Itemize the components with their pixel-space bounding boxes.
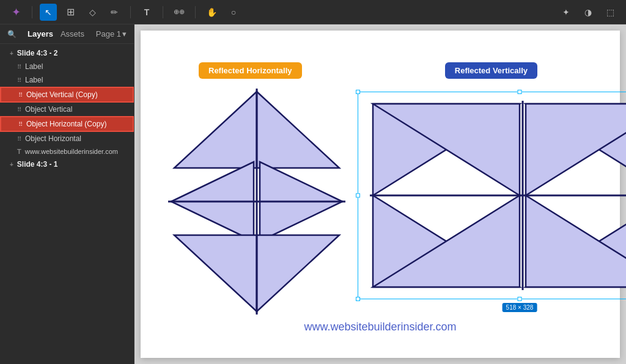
layer-label2[interactable]: ⠿ Label (0, 73, 134, 87)
toolbar-right: ✦ ◑ ⬚ (558, 4, 619, 21)
handle-ml[interactable] (356, 194, 360, 198)
text-layer-icon: T (17, 148, 21, 155)
toolbar: ✦ ↖ ⊞ ◇ ✏ T ⊕⊕ ✋ ○ ✦ ◑ ⬚ (0, 0, 626, 24)
shapes-right (370, 101, 626, 290)
grid-icon-4: ⠿ (17, 106, 21, 113)
grid-icon-3: ⠿ (18, 92, 23, 98)
main-area: 🔍 Layers Assets Page 1 ▾ + Slide 4:3 - 2… (0, 24, 626, 364)
handle-tm[interactable] (518, 90, 522, 94)
badge-reflected-horizontally: Reflected Horizontally (199, 62, 302, 79)
svg-marker-4 (174, 235, 257, 311)
color-wheel-icon[interactable]: ✦ (558, 4, 575, 21)
layer-slide1[interactable]: + Slide 4:3 - 1 (0, 158, 134, 171)
shape-tool[interactable]: ◇ (84, 4, 101, 21)
share-icon[interactable]: ⬚ (602, 4, 619, 21)
svg-marker-1 (257, 92, 339, 168)
handle-bl[interactable] (356, 297, 360, 301)
search-icon[interactable]: 🔍 (7, 30, 17, 38)
contrast-icon[interactable]: ◑ (580, 4, 597, 21)
grid-icon-6: ⠿ (17, 136, 21, 142)
page-selector[interactable]: Page 1 ▾ (96, 29, 127, 38)
divider-2 (130, 6, 131, 18)
grid-icon-5: ⠿ (18, 121, 23, 128)
group-icon: + (10, 50, 13, 57)
layer-obj-vert[interactable]: ⠿ Object Vertical (0, 103, 134, 116)
svg-marker-0 (174, 92, 257, 168)
divider-3 (163, 6, 163, 18)
grid-icon-1: ⠿ (17, 64, 21, 70)
comment-tool[interactable]: ○ (225, 4, 242, 21)
layer-obj-vert-copy[interactable]: ⠿ Object Vertical (Copy) (0, 87, 134, 103)
frame-tool[interactable]: ⊞ (62, 4, 79, 21)
handle-tl[interactable] (356, 90, 360, 94)
layer-obj-horiz-copy[interactable]: ⠿ Object Horizontal (Copy) (0, 116, 134, 132)
divider-1 (32, 6, 32, 18)
layer-label1[interactable]: ⠿ Label (0, 60, 134, 73)
badge-reflected-vertically: Reflected Vertically (445, 62, 537, 79)
shapes-left (168, 89, 345, 315)
grid-icon-2: ⠿ (17, 77, 21, 84)
hand-tool[interactable]: ✋ (203, 4, 220, 21)
tab-layers[interactable]: Layers (28, 29, 53, 38)
logo-icon[interactable]: ✦ (7, 4, 24, 21)
website-url: www.websitebuilderinsider.com (304, 321, 456, 333)
text-tool[interactable]: T (138, 4, 155, 21)
tab-assets[interactable]: Assets (61, 29, 84, 38)
sidebar-tabs: 🔍 Layers Assets Page 1 ▾ (0, 24, 134, 44)
components-tool[interactable]: ⊕⊕ (171, 4, 188, 21)
group-icon-2: + (10, 161, 13, 168)
handle-bm[interactable] (518, 297, 522, 301)
sidebar: 🔍 Layers Assets Page 1 ▾ + Slide 4:3 - 2… (0, 24, 134, 364)
pen-tool[interactable]: ✏ (106, 4, 123, 21)
layer-tree: + Slide 4:3 - 2 ⠿ Label ⠿ Label ⠿ Object… (0, 44, 134, 364)
arrow-tool[interactable]: ↖ (40, 4, 57, 21)
layer-slide2[interactable]: + Slide 4:3 - 2 (0, 46, 134, 60)
divider-4 (195, 6, 196, 18)
layer-obj-horiz[interactable]: ⠿ Object Horizontal (0, 132, 134, 145)
layer-website[interactable]: T www.websitebuilderinsider.com (0, 145, 134, 158)
size-label: 518 × 328 (503, 303, 537, 312)
canvas[interactable]: Reflected Horizontally Reflected Vertica… (134, 24, 626, 364)
svg-marker-5 (257, 235, 339, 311)
